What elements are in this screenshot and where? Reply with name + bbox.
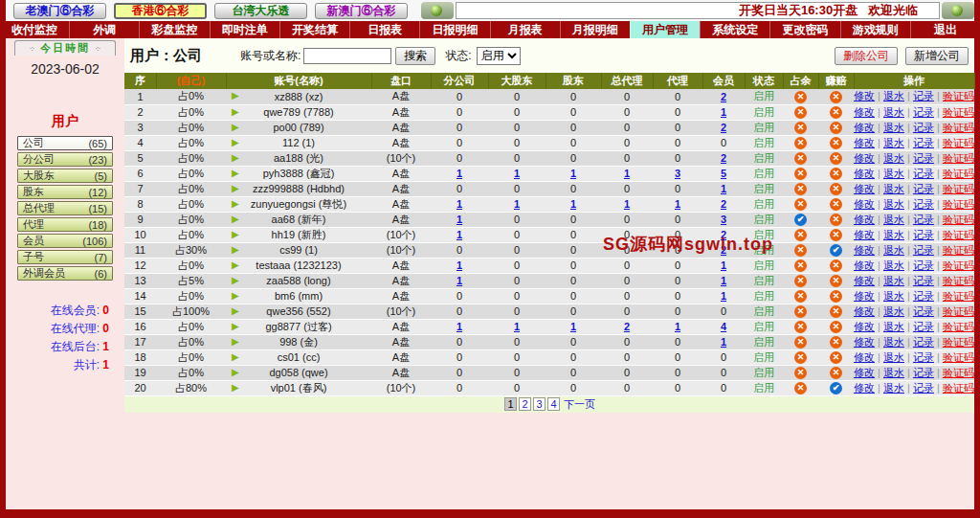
nav-item-即时注单[interactable]: 即时注单 [210,21,279,38]
op-link-验证码[interactable]: 验证码 [943,244,974,256]
op-link-验证码[interactable]: 验证码 [943,305,974,317]
branch-count-link[interactable]: 1 [457,214,462,225]
branch-count-link[interactable]: 1 [457,198,462,210]
agent-count-link[interactable]: 3 [675,168,680,179]
op-link-记录[interactable]: 记录 [913,244,934,256]
member-count-link[interactable]: 2 [721,244,726,256]
op-link-退水[interactable]: 退水 [883,122,904,133]
branch-count-link[interactable]: 1 [457,229,462,240]
nav-item-系统设定[interactable]: 系统设定 [700,21,769,38]
op-link-记录[interactable]: 记录 [913,183,934,194]
op-link-记录[interactable]: 记录 [913,152,934,164]
status-select[interactable]: 启用 [477,47,521,65]
nav-item-游戏规则[interactable]: 游戏规则 [840,21,910,38]
create-company-button[interactable]: 新增公司 [905,47,969,65]
occupy-remainder-blocked-icon[interactable]: ✕ [794,275,807,287]
profit-loss-blocked-icon[interactable]: ✕ [830,321,842,333]
expand-arrow-icon[interactable]: ▶ [232,183,239,193]
op-link-修改[interactable]: 修改 [854,137,875,148]
occupy-remainder-blocked-icon[interactable]: ✕ [794,336,807,349]
occupy-remainder-blocked-icon[interactable]: ✕ [794,183,807,195]
expand-arrow-icon[interactable]: ▶ [232,336,239,347]
sidebar-item-股东[interactable]: 股东(12) [17,185,113,199]
member-count-link[interactable]: 2 [721,229,726,240]
op-link-验证码[interactable]: 验证码 [943,122,974,133]
op-link-退水[interactable]: 退水 [883,106,904,118]
profit-loss-blocked-icon[interactable]: ✕ [830,290,842,303]
member-count-link[interactable]: 2 [721,198,726,210]
op-link-验证码[interactable]: 验证码 [943,259,974,271]
branch-count-link[interactable]: 1 [457,321,462,332]
sidebar-item-分公司[interactable]: 分公司(23) [17,152,113,167]
occupy-remainder-allowed-icon[interactable]: ✔ [794,214,807,226]
shareholder-count-link[interactable]: 1 [570,198,576,210]
op-link-验证码[interactable]: 验证码 [943,229,974,240]
page-button-1[interactable]: 1 [504,397,517,411]
delete-company-button[interactable]: 删除公司 [835,47,898,65]
op-link-退水[interactable]: 退水 [883,321,904,332]
op-link-验证码[interactable]: 验证码 [943,290,974,302]
game-tab-新澳门⑥合彩[interactable]: 新澳门⑥合彩 [315,3,408,19]
nav-item-彩盘监控[interactable]: 彩盘监控 [139,21,209,38]
op-link-记录[interactable]: 记录 [913,382,934,394]
member-count-link[interactable]: 5 [721,168,726,179]
op-link-退水[interactable]: 退水 [883,244,904,256]
op-link-修改[interactable]: 修改 [854,198,875,210]
op-link-退水[interactable]: 退水 [883,152,904,164]
op-link-记录[interactable]: 记录 [913,305,934,317]
expand-arrow-icon[interactable]: ▶ [232,198,239,209]
page-button-2[interactable]: 2 [519,397,531,411]
op-link-验证码[interactable]: 验证码 [943,321,974,332]
page-button-3[interactable]: 3 [533,397,546,411]
sidebar-item-大股东[interactable]: 大股东(5) [17,169,113,183]
major-shareholder-count-link[interactable]: 1 [514,168,520,179]
profit-loss-blocked-icon[interactable]: ✕ [830,106,842,119]
op-link-记录[interactable]: 记录 [913,321,934,332]
expand-arrow-icon[interactable]: ▶ [232,90,239,101]
op-link-退水[interactable]: 退水 [883,290,904,302]
op-link-修改[interactable]: 修改 [854,214,875,225]
nav-item-开奖结算[interactable]: 开奖结算 [279,21,349,38]
expand-arrow-icon[interactable]: ▶ [232,275,239,285]
profit-loss-blocked-icon[interactable]: ✕ [830,351,842,364]
profit-loss-blocked-icon[interactable]: ✕ [830,367,842,379]
page-button-4[interactable]: 4 [547,397,560,411]
op-link-修改[interactable]: 修改 [854,183,875,194]
op-link-修改[interactable]: 修改 [854,122,875,133]
op-link-验证码[interactable]: 验证码 [943,367,974,378]
shareholder-count-link[interactable]: 1 [570,168,576,179]
op-link-退水[interactable]: 退水 [883,336,904,348]
member-count-link[interactable]: 1 [721,259,726,271]
nav-item-日报表[interactable]: 日报表 [349,21,419,38]
expand-arrow-icon[interactable]: ▶ [232,229,239,239]
op-link-修改[interactable]: 修改 [854,229,875,240]
game-tab-香港⑥合彩[interactable]: 香港⑥合彩 [114,3,207,19]
member-count-link[interactable]: 1 [721,106,726,118]
profit-loss-blocked-icon[interactable]: ✕ [830,152,842,165]
occupy-remainder-blocked-icon[interactable]: ✕ [794,106,807,119]
profit-loss-allowed-icon[interactable]: ✔ [830,244,842,257]
member-count-link[interactable]: 1 [721,290,726,302]
member-count-link[interactable]: 4 [721,321,726,332]
op-link-修改[interactable]: 修改 [854,351,875,363]
op-link-验证码[interactable]: 验证码 [943,106,974,118]
nav-item-月报明细[interactable]: 月报明细 [560,21,630,38]
marquee-control-sphere-icon[interactable] [421,2,454,19]
agent-count-link[interactable]: 1 [675,198,680,210]
member-count-link[interactable]: 1 [721,275,726,286]
occupy-remainder-blocked-icon[interactable]: ✕ [794,259,807,272]
profit-loss-allowed-icon[interactable]: ✔ [830,382,842,394]
general-agent-count-link[interactable]: 1 [624,198,630,210]
expand-arrow-icon[interactable]: ▶ [232,351,239,362]
op-link-退水[interactable]: 退水 [883,214,904,225]
op-link-验证码[interactable]: 验证码 [943,382,974,394]
nav-item-月报表[interactable]: 月报表 [490,21,560,38]
op-link-修改[interactable]: 修改 [854,152,875,164]
op-link-退水[interactable]: 退水 [883,275,904,286]
profit-loss-blocked-icon[interactable]: ✕ [830,168,842,180]
op-link-修改[interactable]: 修改 [854,259,875,271]
member-count-link[interactable]: 1 [721,183,726,194]
op-link-修改[interactable]: 修改 [854,106,875,118]
occupy-remainder-blocked-icon[interactable]: ✕ [794,152,807,165]
op-link-记录[interactable]: 记录 [913,106,934,118]
